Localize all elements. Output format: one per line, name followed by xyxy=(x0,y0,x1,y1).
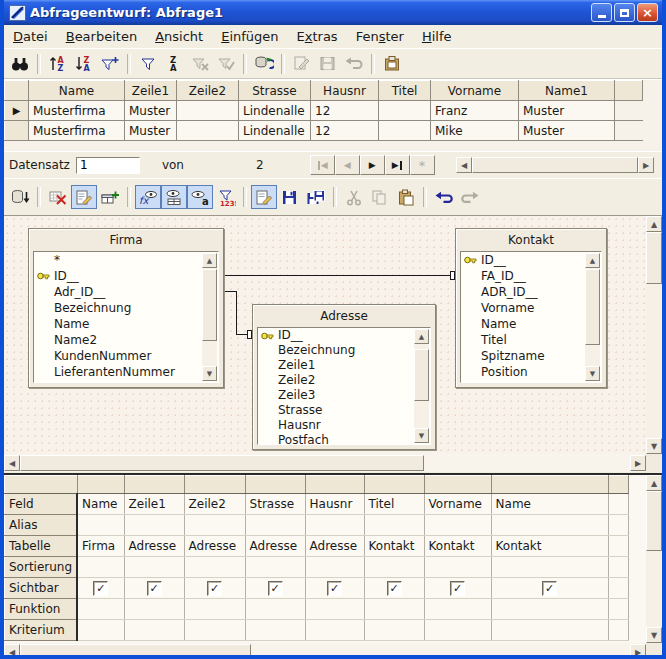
feld-cell[interactable]: Zeile1 xyxy=(124,494,184,515)
sichtbar-cell[interactable]: ✓ xyxy=(491,578,608,599)
cell[interactable]: Franz xyxy=(431,101,519,121)
scroll-up-button[interactable]: ▲ xyxy=(646,216,662,232)
field-row[interactable]: Zeile3 xyxy=(258,388,430,403)
scroll-down-button[interactable]: ▼ xyxy=(646,438,662,454)
previous-record-button[interactable]: ◀ xyxy=(335,155,360,175)
feld-cell[interactable]: Titel xyxy=(364,494,424,515)
kriterium-cell[interactable] xyxy=(77,620,124,641)
sichtbar-checkbox[interactable]: ✓ xyxy=(542,581,557,596)
scroll-down-button[interactable]: ▼ xyxy=(202,366,217,381)
scroll-down-button[interactable]: ▼ xyxy=(585,366,600,381)
data-source-button[interactable] xyxy=(379,52,405,76)
query-grid-horizontal-scrollbar[interactable]: ◀ ▶ xyxy=(4,643,662,659)
alias-cell[interactable] xyxy=(77,515,124,536)
table-scrollbar[interactable]: ▲ ▼ xyxy=(585,253,600,381)
sortierung-cell[interactable] xyxy=(77,557,124,578)
cell[interactable]: Musterfirma xyxy=(29,121,125,141)
minimize-button[interactable] xyxy=(591,3,612,22)
redo-button[interactable] xyxy=(457,185,483,209)
sichtbar-cell[interactable]: ✓ xyxy=(424,578,491,599)
feld-cell[interactable]: Vorname xyxy=(424,494,491,515)
kriterium-cell[interactable] xyxy=(491,620,608,641)
field-row[interactable]: Postfach xyxy=(258,433,430,445)
alias-cell[interactable] xyxy=(305,515,364,536)
query-column-header[interactable] xyxy=(305,476,364,494)
filter-button[interactable] xyxy=(135,52,161,76)
scrollbar-thumb[interactable] xyxy=(20,644,251,659)
query-corner-header[interactable] xyxy=(5,476,78,494)
field-row[interactable]: Titel xyxy=(461,332,601,348)
menu-fenster[interactable]: Fenster xyxy=(347,27,413,46)
paste-button[interactable] xyxy=(393,185,419,209)
feld-cell[interactable]: Zeile2 xyxy=(184,494,245,515)
run-query-button[interactable] xyxy=(7,185,33,209)
field-row[interactable]: Spitzname xyxy=(461,348,601,364)
scrollbar-thumb[interactable] xyxy=(414,349,429,401)
sichtbar-cell[interactable]: ✓ xyxy=(124,578,184,599)
kriterium-cell[interactable] xyxy=(184,620,245,641)
save-record-button[interactable] xyxy=(315,52,341,76)
scroll-up-button[interactable]: ▲ xyxy=(202,253,217,268)
tabelle-cell[interactable]: Kontakt xyxy=(424,536,491,557)
sortierung-cell[interactable] xyxy=(491,557,608,578)
field-row[interactable]: ADR_ID__ xyxy=(461,284,601,300)
alias-cell[interactable] xyxy=(124,515,184,536)
feld-cell[interactable]: Name xyxy=(77,494,124,515)
feld-cell[interactable]: Name xyxy=(491,494,608,515)
scroll-right-button[interactable]: ▶ xyxy=(638,157,654,173)
sort-ascending-button[interactable]: AZ xyxy=(45,52,71,76)
cell[interactable]: Mike xyxy=(431,121,519,141)
query-column-header[interactable] xyxy=(124,476,184,494)
sortierung-cell[interactable] xyxy=(364,557,424,578)
cell[interactable]: Lindenalle xyxy=(239,121,311,141)
alias-cell[interactable] xyxy=(491,515,608,536)
column-header-strasse[interactable]: Strasse xyxy=(239,81,311,101)
column-header-zeile2[interactable]: Zeile2 xyxy=(177,81,239,101)
scrollbar-thumb[interactable] xyxy=(646,232,662,284)
funktion-cell[interactable] xyxy=(184,599,245,620)
funktion-cell[interactable] xyxy=(608,599,628,620)
cell[interactable] xyxy=(177,121,239,141)
titlebar[interactable]: Abfrageentwurf: Abfrage1 × xyxy=(4,0,662,25)
row-selector[interactable] xyxy=(5,121,29,141)
field-row[interactable]: LieferantenNummer xyxy=(34,364,218,380)
funktion-cell[interactable] xyxy=(424,599,491,620)
field-row[interactable]: ID__ xyxy=(461,252,601,268)
column-header-titel[interactable]: Titel xyxy=(379,81,431,101)
menu-hilfe[interactable]: Hilfe xyxy=(413,27,461,46)
tabelle-cell[interactable]: Adresse xyxy=(305,536,364,557)
refresh-data-button[interactable] xyxy=(251,52,277,76)
row-selector-current[interactable]: ▶ xyxy=(5,101,29,121)
copy-button[interactable] xyxy=(367,185,393,209)
join-line-firma-adresse[interactable] xyxy=(236,291,237,335)
edit-data-button[interactable] xyxy=(289,52,315,76)
menu-extras[interactable]: Extras xyxy=(288,27,347,46)
add-table-button[interactable] xyxy=(97,185,123,209)
table-title[interactable]: Adresse xyxy=(253,305,435,327)
funktion-cell[interactable] xyxy=(245,599,305,620)
field-row[interactable]: Bezeichnung xyxy=(34,300,218,316)
last-record-button[interactable]: ▶ xyxy=(385,155,410,175)
kriterium-cell[interactable] xyxy=(124,620,184,641)
scrollbar-thumb[interactable] xyxy=(585,269,600,345)
sichtbar-cell[interactable]: ✓ xyxy=(305,578,364,599)
feld-cell[interactable]: Hausnr xyxy=(305,494,364,515)
tabelle-cell[interactable]: Adresse xyxy=(124,536,184,557)
query-column-header[interactable] xyxy=(491,476,608,494)
field-row[interactable]: Name xyxy=(461,316,601,332)
query-column-header[interactable] xyxy=(364,476,424,494)
sort-descending-button[interactable]: ZA xyxy=(71,52,97,76)
remove-filter-button[interactable] xyxy=(187,52,213,76)
alias-cell[interactable] xyxy=(364,515,424,536)
scroll-left-button[interactable]: ◀ xyxy=(4,644,20,659)
table-scrollbar[interactable]: ▲ ▼ xyxy=(202,253,217,381)
new-record-button[interactable]: * xyxy=(410,155,435,175)
sichtbar-checkbox[interactable]: ✓ xyxy=(93,581,108,596)
query-column-header[interactable] xyxy=(77,476,124,494)
sichtbar-checkbox[interactable]: ✓ xyxy=(147,581,162,596)
sichtbar-cell[interactable]: ✓ xyxy=(77,578,124,599)
cell[interactable]: Lindenalle xyxy=(239,101,311,121)
table-scrollbar[interactable]: ▲ ▼ xyxy=(414,329,429,443)
find-button[interactable] xyxy=(7,52,33,76)
scroll-left-button[interactable]: ◀ xyxy=(4,455,20,471)
